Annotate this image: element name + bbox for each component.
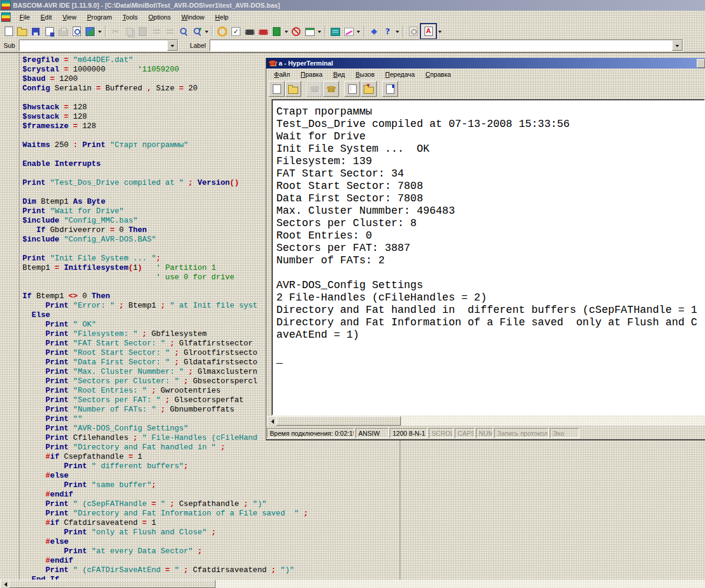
document-child-icon[interactable]: [1, 12, 11, 22]
terminal-line: 2 File-Handles (cFileHandles = 2): [276, 292, 704, 304]
menu-view[interactable]: View: [57, 12, 82, 22]
terminal-emulator-button[interactable]: [289, 25, 303, 38]
simulate-button[interactable]: [270, 25, 283, 38]
unindent-button[interactable]: [149, 25, 163, 38]
ide-window-title: BASCOM-AVR IDE [1.11.9.0] - [C:\Data\Min…: [13, 2, 280, 9]
terminal-line: Data First Sector: 7808: [276, 192, 704, 205]
window-view-button[interactable]: [328, 25, 342, 38]
menu-help[interactable]: Help: [210, 12, 234, 22]
save-as-button[interactable]: [43, 25, 56, 38]
toolbar-dropdown-arrow-icon[interactable]: [283, 25, 289, 38]
terminal-statusbar: Время подключения: 0:02:15ANSIW1200 8-N-…: [267, 426, 705, 439]
editor-hscroll-thumb[interactable]: [9, 580, 216, 588]
menu-tools[interactable]: Tools: [117, 12, 143, 22]
program-chip-button[interactable]: [256, 25, 270, 38]
menu-правка[interactable]: Правка: [295, 69, 328, 80]
new-file-button[interactable]: [2, 25, 15, 38]
open-file-button[interactable]: [15, 25, 29, 38]
sub-combo-arrow-icon[interactable]: [167, 40, 178, 51]
menu-вид[interactable]: Вид: [328, 69, 350, 80]
pdf-help-button[interactable]: [420, 23, 437, 40]
properties-button[interactable]: [382, 81, 398, 97]
terminal-titlebar[interactable]: ☎ a - HyperTerminal: [266, 58, 705, 68]
terminal-hscroll-thumb[interactable]: [276, 416, 401, 426]
menu-options[interactable]: Options: [143, 12, 176, 22]
magnifier-plus-icon: [192, 27, 202, 36]
toolbar-dropdown-arrow-icon[interactable]: [204, 25, 210, 38]
terminal-hscrollbar[interactable]: [267, 416, 705, 426]
terminal-line: Wait for Drive: [276, 130, 704, 143]
plugin-edit-button[interactable]: [342, 25, 355, 38]
ide-titlebar[interactable]: BASCOM-AVR IDE [1.11.9.0] - [C:\Data\Min…: [0, 0, 705, 11]
pink-pen-icon: [344, 28, 354, 36]
menu-program[interactable]: Program: [81, 12, 117, 22]
menu-file[interactable]: File: [14, 12, 35, 22]
toolbar-separator: [364, 25, 365, 37]
terminal-minimize-button[interactable]: [697, 59, 705, 68]
copy-button[interactable]: [122, 25, 136, 38]
terminal-line: Root Entries: 0: [276, 230, 704, 242]
show-result-button[interactable]: [243, 25, 256, 38]
terminal-screen[interactable]: Старт программыTest_Dos_Drive compiled a…: [272, 99, 705, 416]
terminal-line: Directory and Fat Information of a File …: [276, 316, 704, 329]
terminal-toolbar: [266, 80, 705, 98]
hyperterminal-phone-icon: ☎: [268, 59, 276, 67]
menu-справка[interactable]: Справка: [420, 69, 456, 80]
about-button[interactable]: [367, 25, 381, 38]
compile-button[interactable]: [216, 25, 229, 38]
code-line: Print "Directory and Fat Information of …: [22, 509, 705, 518]
code-line: Print "same buffer";: [22, 481, 705, 490]
blue-block-icon: [86, 27, 94, 36]
terminal-line: Test_Dos_Drive compiled at 07-13-2008 15…: [276, 118, 704, 130]
toolbar-dropdown-arrow-icon[interactable]: [355, 25, 361, 38]
copy-icon: [126, 28, 133, 35]
menu-вызов[interactable]: Вызов: [350, 69, 380, 80]
syntax-check-button[interactable]: [229, 25, 243, 38]
editor-hscrollbar[interactable]: [0, 580, 705, 588]
call-button[interactable]: [306, 81, 322, 97]
print-preview-button[interactable]: [70, 25, 83, 38]
menu-edit[interactable]: Edit: [35, 12, 57, 22]
receive-file-button[interactable]: [361, 81, 377, 97]
project-button[interactable]: [83, 25, 97, 38]
menu-передача[interactable]: Передача: [380, 69, 420, 80]
terminal-line: Filesystem: 139: [276, 155, 704, 168]
toolbar-separator: [105, 25, 106, 37]
label-combobox[interactable]: [210, 40, 683, 51]
code-line: #if Csepfathandle = 1: [22, 452, 705, 462]
menu-файл[interactable]: Файл: [269, 69, 295, 80]
find-button[interactable]: [177, 25, 190, 38]
save-file-button[interactable]: [29, 25, 43, 38]
code-line: #if Cfatdirsaveatend = 1: [22, 518, 705, 528]
lcd-designer-button[interactable]: [303, 25, 316, 38]
cut-button[interactable]: [109, 25, 122, 38]
no-entry-icon: [292, 27, 301, 36]
menu-window[interactable]: Window: [176, 12, 210, 22]
toolbar-dropdown-arrow-icon[interactable]: [437, 25, 443, 38]
print-button[interactable]: [56, 25, 70, 38]
toolbar-dropdown-arrow-icon[interactable]: [316, 25, 322, 38]
new-connection-button[interactable]: [269, 81, 285, 97]
compile-icon: [217, 27, 227, 37]
find-next-button[interactable]: [190, 25, 204, 38]
ide-toolbar: [0, 24, 705, 39]
disconnect-button[interactable]: [323, 81, 339, 97]
code-line: Print " different buffers";: [22, 462, 705, 471]
sub-label: Sub: [0, 42, 19, 49]
terminal-hscroll-left-arrow-icon[interactable]: [267, 416, 277, 427]
indent-button[interactable]: [163, 25, 177, 38]
open-connection-button[interactable]: [285, 81, 301, 97]
paste-button[interactable]: [136, 25, 149, 38]
folder-receive-icon: [364, 87, 374, 94]
toolbar-dropdown-arrow-icon[interactable]: [97, 25, 103, 38]
label-combo-arrow-icon[interactable]: [672, 40, 683, 51]
toolbar-dropdown-arrow-icon[interactable]: [394, 25, 400, 38]
scissors-icon: [111, 27, 120, 36]
code-line: #else: [22, 537, 705, 547]
help-button[interactable]: [381, 25, 394, 38]
ide-menubar: FileEditViewProgramToolsOptionsWindowHel…: [0, 11, 705, 24]
send-file-button[interactable]: [344, 81, 360, 97]
terminal-line: FAT Start Sector: 34: [276, 168, 704, 180]
sub-combobox[interactable]: [19, 40, 178, 51]
doc-search-button[interactable]: [406, 25, 420, 38]
